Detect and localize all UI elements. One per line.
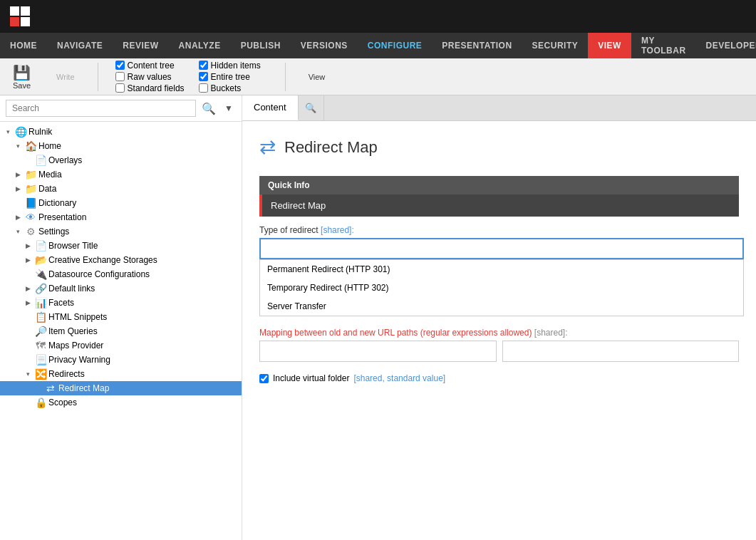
nav-developer[interactable]: DEVELOPER [696, 33, 756, 58]
icon-scopes: 🔒 [35, 397, 46, 408]
nav-presentation[interactable]: PRESENTATION [432, 33, 522, 58]
tree-item-presentation[interactable]: ▶ 👁 Presentation [0, 210, 242, 224]
tree-item-dictionary[interactable]: ▶ 📘 Dictionary [0, 196, 242, 210]
expand-redirects[interactable]: ▾ [23, 369, 33, 379]
expand-facets[interactable]: ▶ [23, 298, 33, 308]
checkbox-hidden-items[interactable]: Hidden items [199, 61, 268, 71]
label-maps-provider: Maps Provider [48, 341, 103, 351]
tree-item-default-links[interactable]: ▶ 🔗 Default links [0, 281, 242, 296]
checkbox-entire-tree[interactable]: Entire tree [199, 72, 268, 82]
tree-item-redirect-map[interactable]: ▶ ⇄ Redirect Map [0, 381, 242, 395]
type-of-redirect-shared: [shared]: [321, 225, 354, 235]
view-text: View [309, 73, 326, 81]
nav-review[interactable]: REVIEW [113, 33, 168, 58]
view-label: View [303, 70, 331, 84]
tree-item-media[interactable]: ▶ 📁 Media [0, 167, 242, 182]
tree-item-creative-exchange[interactable]: ▶ 📂 Creative Exchange Storages [0, 253, 242, 267]
option-302[interactable]: Temporary Redirect (HTTP 302) [260, 279, 743, 297]
tree-item-maps-provider[interactable]: ▶ 🗺 Maps Provider [0, 338, 242, 353]
include-virtual-checkbox[interactable] [259, 374, 269, 383]
label-item-queries: Item Queries [48, 326, 98, 336]
label-overlays: Overlays [48, 155, 82, 165]
option-301[interactable]: Permanent Redirect (HTTP 301) [260, 260, 743, 279]
expand-media[interactable]: ▶ [13, 170, 23, 180]
search-bar: 🔍 ▼ [0, 95, 242, 122]
save-label: Save [13, 81, 31, 90]
tree-item-html-snippets[interactable]: ▶ 📋 HTML Snippets [0, 310, 242, 324]
tree-item-home[interactable]: ▾ 🏠 Home [0, 139, 242, 153]
tree-item-rulnik[interactable]: ▾ 🌐 Rulnik [0, 125, 242, 139]
search-input[interactable] [6, 100, 196, 117]
tree-item-settings[interactable]: ▾ ⚙ Settings [0, 224, 242, 239]
expand-rulnik[interactable]: ▾ [3, 127, 13, 137]
content-body: ⇄ Redirect Map Quick Info Redirect Map T… [242, 121, 756, 540]
page-title-area: ⇄ Redirect Map [259, 135, 739, 159]
tree-item-scopes[interactable]: ▶ 🔒 Scopes [0, 395, 242, 410]
tab-content-label: Content [254, 102, 286, 113]
tree-item-overlays[interactable]: ▶ 📄 Overlays [0, 153, 242, 167]
content-area: Content 🔍 ⇄ Redirect Map Quick Info Redi… [242, 95, 756, 540]
toolbar-divider [98, 63, 98, 91]
nav-home[interactable]: HOME [0, 33, 47, 58]
expand-presentation[interactable]: ▶ [13, 212, 23, 222]
checkbox-buckets[interactable]: Buckets [199, 83, 268, 93]
checkbox-content-tree[interactable]: Content tree [115, 61, 185, 71]
mapping-input-new[interactable] [502, 341, 740, 362]
tab-search-button[interactable]: 🔍 [299, 95, 324, 120]
icon-overlays: 📄 [35, 155, 46, 166]
nav-analyze[interactable]: ANALYZE [169, 33, 231, 58]
logo-cell-2 [21, 6, 30, 16]
search-dropdown-arrow[interactable]: ▼ [222, 102, 236, 115]
checkbox-raw-values[interactable]: Raw values [115, 72, 185, 82]
checkbox-standard-fields[interactable]: Standard fields [115, 83, 185, 93]
tree-item-browser-title[interactable]: ▶ 📄 Browser Title [0, 239, 242, 253]
expand-settings[interactable]: ▾ [13, 227, 23, 237]
label-default-links: Default links [48, 284, 95, 294]
search-button[interactable]: 🔍 [199, 100, 219, 117]
label-settings: Settings [38, 227, 69, 237]
expand-browser-title[interactable]: ▶ [23, 241, 33, 251]
nav-my-toolbar[interactable]: MY TOOLBAR [631, 33, 696, 58]
label-home: Home [38, 141, 61, 151]
label-creative-exchange: Creative Exchange Storages [48, 255, 157, 265]
tree-item-item-queries[interactable]: ▶ 🔎 Item Queries [0, 324, 242, 338]
nav-publish[interactable]: PUBLISH [231, 33, 291, 58]
type-of-redirect-label: Type of redirect [shared]: [259, 225, 739, 235]
tree-item-privacy-warning[interactable]: ▶ 📃 Privacy Warning [0, 353, 242, 367]
icon-creative-exchange: 📂 [35, 254, 46, 266]
tree-item-datasource[interactable]: ▶ 🔌 Datasource Configurations [0, 267, 242, 281]
nav-view[interactable]: VIEW [588, 33, 631, 58]
mapping-input-old[interactable] [259, 341, 497, 362]
icon-facets: 📊 [35, 297, 46, 308]
section-title: Redirect Map [271, 200, 326, 211]
toolbar-checkboxes: Content tree Hidden items Raw values Ent… [115, 61, 268, 93]
icon-default-links: 🔗 [35, 283, 46, 294]
expand-creative-exchange[interactable]: ▶ [23, 255, 33, 265]
include-virtual-group: Include virtual folder [shared, standard… [259, 373, 739, 383]
icon-home: 🏠 [25, 140, 36, 152]
expand-default-links[interactable]: ▶ [23, 284, 33, 294]
type-of-redirect-input[interactable] [259, 238, 744, 259]
tree-item-facets[interactable]: ▶ 📊 Facets [0, 296, 242, 310]
logo-cell-1 [10, 6, 19, 16]
nav-versions[interactable]: VERSIONS [291, 33, 358, 58]
logo-cell-3 [10, 17, 19, 26]
tree-item-data[interactable]: ▶ 📁 Data [0, 182, 242, 196]
nav-navigate[interactable]: NAVIGATE [47, 33, 113, 58]
label-facets: Facets [48, 298, 74, 308]
option-transfer[interactable]: Server Transfer [260, 297, 743, 316]
mapping-inputs [259, 341, 739, 362]
tab-content[interactable]: Content [242, 95, 299, 120]
write-button[interactable]: Write [51, 70, 80, 84]
label-media: Media [38, 170, 62, 180]
save-button[interactable]: 💾 Save [7, 61, 36, 93]
nav-security[interactable]: SECURITY [522, 33, 589, 58]
quick-info-label: Quick Info [268, 180, 310, 190]
main-layout: 🔍 ▼ ▾ 🌐 Rulnik ▾ 🏠 Home ▶ 📄 Overlays [0, 95, 756, 540]
nav-configure[interactable]: CONFIGURE [358, 33, 433, 58]
tree-item-redirects[interactable]: ▾ 🔀 Redirects [0, 367, 242, 381]
expand-data[interactable]: ▶ [13, 184, 23, 194]
include-virtual-label[interactable]: Include virtual folder [shared, standard… [259, 373, 739, 383]
expand-home[interactable]: ▾ [13, 141, 23, 151]
label-redirects: Redirects [48, 369, 85, 379]
